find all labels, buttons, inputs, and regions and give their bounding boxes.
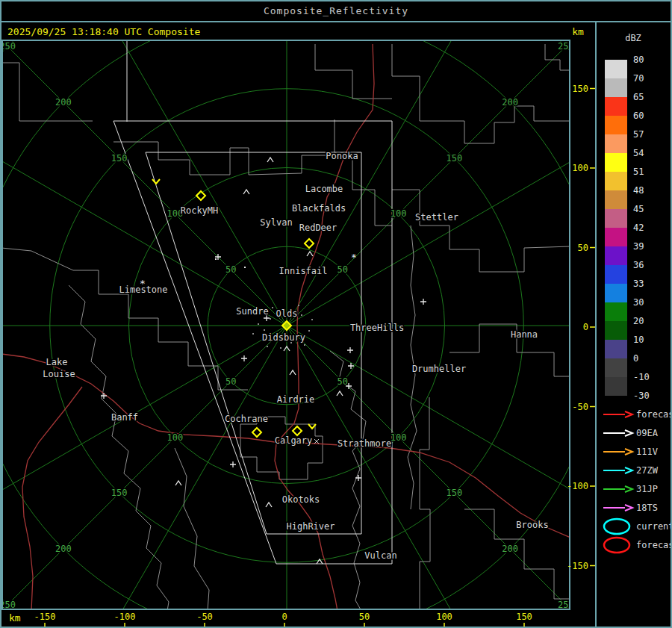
- clutter-speckle: [298, 305, 299, 306]
- city-label: HighRiver: [286, 521, 335, 532]
- ring-distance-label: 150: [111, 153, 128, 164]
- colorbar-swatch: [605, 246, 627, 265]
- dot-marker: [215, 258, 217, 260]
- legend-item-label: 111V: [636, 447, 658, 457]
- caret-marker: [290, 370, 296, 375]
- highway: [22, 387, 82, 611]
- ring-distance-label: 250: [558, 41, 574, 52]
- radar-window: 5050505010010010010015015015015020020020…: [0, 0, 672, 628]
- colorbar-value-label: 65: [633, 92, 644, 102]
- y-axis-tick-label: -50: [572, 402, 588, 412]
- clutter-speckle: [252, 333, 254, 335]
- city-label: RockyMH: [181, 205, 219, 216]
- ring-distance-label: 50: [337, 376, 348, 387]
- colorbar-swatch: [605, 209, 627, 228]
- ring-distance-label: 100: [391, 208, 407, 219]
- y-axis-tick-label: 0: [583, 322, 588, 332]
- city-label: Olds: [276, 308, 298, 319]
- colorbar-value-label: 30: [633, 297, 644, 308]
- city-label: Limestone: [119, 285, 167, 295]
- plus-marker: [241, 355, 247, 361]
- y-axis-unit-label: km: [563, 26, 593, 37]
- colorbar-swatch: [605, 190, 627, 209]
- colorbar-value-label: 45: [633, 204, 644, 214]
- colorbar-value-label: 54: [633, 148, 644, 158]
- ring-distance-label: 200: [55, 544, 72, 554]
- colorbar-swatch: [605, 265, 627, 284]
- y-axis-tick-label: 150: [572, 84, 588, 94]
- y-axis-tick-label: 100: [572, 163, 588, 173]
- colorbar-value-label: 42: [633, 223, 644, 233]
- ring-distance-label: 200: [55, 97, 72, 108]
- county-boundary: [330, 351, 366, 611]
- colorbar-swatch: [605, 134, 627, 153]
- colorbar-value-label: 70: [633, 73, 644, 84]
- city-label: Louise: [43, 369, 75, 379]
- legend-item-label: 18TS: [636, 503, 658, 513]
- plus-marker: [347, 347, 353, 353]
- radar-fov-outline: [113, 121, 392, 564]
- radial-line: [48, 1, 287, 326]
- x-axis-tick-label: -150: [34, 612, 56, 622]
- legend-item-label: forecast: [636, 540, 671, 550]
- caret-marker: [175, 481, 181, 485]
- city-label: Banff: [111, 412, 138, 423]
- colorbar-swatch: [605, 284, 627, 302]
- colorbar-value-label: 80: [633, 55, 644, 65]
- city-label: Didsbury: [262, 332, 305, 343]
- legend-item-label: forecast: [636, 409, 671, 420]
- clutter-speckle: [272, 307, 273, 308]
- county-boundary: [392, 190, 570, 272]
- colorbar-unit-label: dBZ: [596, 33, 671, 43]
- city-label: Vulcan: [364, 550, 396, 561]
- colorbar-value-label: 0: [633, 353, 638, 364]
- x-axis-tick-label: 50: [359, 612, 370, 622]
- x-axis-tick-label: -50: [196, 612, 213, 622]
- storm-diamond-marker: [252, 428, 261, 437]
- y-axis-tick-label: -150: [567, 561, 588, 571]
- colorbar-value-label: -10: [633, 372, 650, 382]
- x-axis-tick-label: 0: [281, 612, 287, 622]
- ring-distance-label: 200: [502, 544, 518, 554]
- legend-item-label: 27ZW: [636, 465, 659, 476]
- colorbar-swatch: [605, 340, 627, 358]
- county-boundary: [1, 248, 73, 270]
- caret-marker: [243, 190, 249, 194]
- storm-diamond-marker: [305, 239, 314, 248]
- colorbar-value-label: 39: [633, 241, 644, 252]
- radar-scene: 5050505010010010010015015015015020020020…: [1, 1, 671, 627]
- clutter-speckle: [267, 346, 268, 347]
- legend-arrow-icon: [625, 467, 632, 473]
- ring-distance-label: 250: [1, 600, 16, 610]
- colorbar-swatch: [605, 60, 627, 78]
- city-label: Airdrie: [277, 394, 315, 405]
- colorbar-swatch: [605, 377, 627, 396]
- clutter-speckle: [304, 344, 305, 346]
- legend-ellipse-icon: [604, 538, 629, 553]
- county-boundary: [315, 44, 392, 99]
- city-label: Drumheller: [412, 364, 466, 374]
- city-label: Strathmore: [337, 438, 391, 449]
- legend-ellipse-icon: [604, 519, 629, 534]
- county-boundary: [1, 63, 93, 121]
- ring-distance-label: 50: [337, 264, 348, 275]
- ring-distance-label: 50: [225, 264, 236, 275]
- clutter-speckle: [280, 347, 281, 349]
- city-label: Sylvan: [260, 217, 292, 228]
- legend-item-label: current: [636, 521, 671, 532]
- colorbar-swatch: [605, 321, 627, 340]
- colorbar-swatch: [605, 228, 627, 246]
- city-label: Hanna: [511, 329, 538, 340]
- ring-distance-label: 150: [446, 488, 462, 498]
- radial-line: [287, 1, 526, 326]
- caret-marker: [267, 158, 273, 162]
- county-boundary: [113, 119, 335, 175]
- legend-arrow-icon: [625, 486, 632, 492]
- city-label: Ponoka: [326, 151, 358, 161]
- motion-arrow-marker: [152, 179, 160, 184]
- radial-line: [287, 326, 526, 627]
- plus-marker: [355, 475, 361, 481]
- city-label: Cochrane: [225, 414, 268, 424]
- county-boundary: [420, 397, 430, 611]
- legend-arrow-icon: [625, 505, 632, 511]
